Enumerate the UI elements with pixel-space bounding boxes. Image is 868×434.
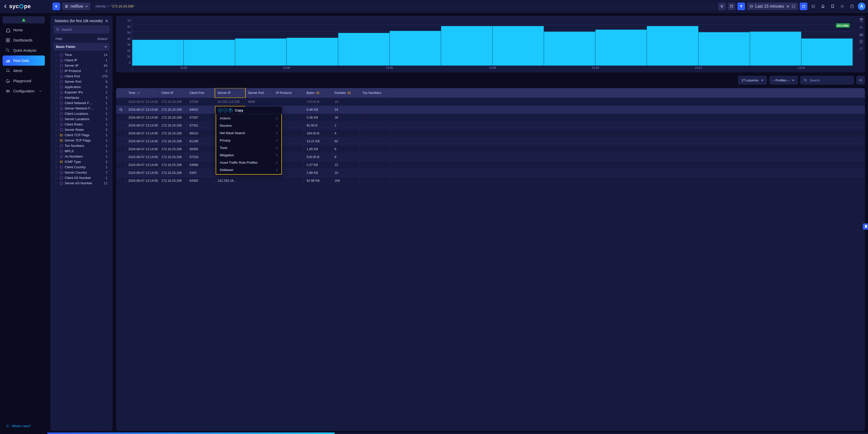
stats-row[interactable]: ›Server TCP Flags1: [54, 138, 110, 143]
ctx-copy[interactable]: Copy: [235, 108, 243, 112]
stats-row[interactable]: ›Client AS Number1: [54, 175, 110, 181]
chart-bar[interactable]: [338, 33, 390, 66]
sidebar-item-raw-data[interactable]: Raw Data: [3, 56, 45, 66]
sidebar-item-home[interactable]: Home: [3, 25, 45, 35]
chart-bar[interactable]: [390, 31, 441, 66]
table-header[interactable]: Client IP: [159, 88, 187, 98]
table-header[interactable]: Bytes: [304, 88, 332, 98]
help-icon[interactable]: [848, 3, 856, 10]
crop-icon[interactable]: [859, 18, 863, 22]
chevron-left-icon[interactable]: [4, 4, 7, 8]
sidebar-item-quick-analysis[interactable]: Quick Analysis: [3, 45, 45, 56]
clear-icon[interactable]: [718, 3, 726, 10]
avatar[interactable]: A: [858, 3, 865, 10]
table-settings-icon[interactable]: [856, 76, 865, 85]
pulse-icon[interactable]: [859, 25, 863, 30]
chart-bar[interactable]: [184, 40, 235, 66]
chart-bar[interactable]: [286, 38, 338, 66]
chart-bar[interactable]: [235, 38, 286, 66]
ctx-item-net-mask-search[interactable]: Net Mask Search: [216, 129, 281, 137]
statistics-search[interactable]: Search: [54, 26, 110, 34]
stats-row[interactable]: ›Server Roles2: [54, 127, 110, 132]
bell-icon[interactable]: [819, 3, 827, 10]
chart-bar[interactable]: [492, 26, 544, 66]
stats-row[interactable]: ›Server Country7: [54, 170, 110, 175]
lightning-icon[interactable]: [53, 3, 60, 10]
stats-row[interactable]: ›Interfaces3: [54, 95, 110, 100]
chart-bar[interactable]: [441, 26, 492, 66]
save-query-icon[interactable]: [728, 3, 735, 10]
sidebar-item-dashboards[interactable]: Dashboards: [3, 35, 45, 45]
sidebar-item-alerts[interactable]: Alerts: [3, 66, 45, 76]
save-icon[interactable]: [792, 5, 795, 8]
stats-row[interactable]: ›Server Network F…1: [54, 106, 110, 111]
stats-row[interactable]: ›Server Port6: [54, 79, 110, 84]
stats-row[interactable]: ›ICMP Type2: [54, 159, 110, 164]
chart-bar[interactable]: [595, 30, 647, 66]
stats-row[interactable]: ›Client Network F…1: [54, 100, 110, 106]
ctx-item-mitigation[interactable]: Mitigation: [216, 151, 281, 159]
add-filter-icon[interactable]: +: [218, 108, 222, 112]
ctx-item-resolve[interactable]: Resolve: [216, 122, 281, 129]
columns-selector[interactable]: 27 columns: [738, 76, 767, 85]
stats-row[interactable]: ›Client TCP Flags1: [54, 132, 110, 138]
stats-row[interactable]: ›Time14: [54, 52, 110, 58]
table-header[interactable]: Tos Numbers: [360, 88, 391, 98]
notes-icon[interactable]: [859, 39, 863, 44]
table-header[interactable]: Packets: [332, 88, 360, 98]
stats-row[interactable]: ›Client Roles1: [54, 122, 110, 127]
remove-filter-icon[interactable]: −: [223, 108, 227, 112]
table-header[interactable]: Server Port: [245, 88, 274, 98]
table-row[interactable]: 2024-08-07 13:14:00172.16.20.20663392142…: [116, 177, 865, 185]
table-header[interactable]: Time: [126, 88, 159, 98]
filter-icon[interactable]: [228, 108, 232, 112]
source-selector[interactable]: netflow: [62, 3, 90, 10]
bookmark-icon[interactable]: [829, 3, 836, 10]
chart-bar[interactable]: [801, 38, 853, 66]
ctx-item-actions[interactable]: Actions: [216, 115, 281, 122]
stats-row[interactable]: ›Tos Numbers1: [54, 143, 110, 148]
table-row[interactable]: 2024-08-07 13:14:00172.16.20.2065753034.…: [116, 98, 865, 106]
sidebar-status[interactable]: [3, 16, 45, 23]
whats-new-link[interactable]: What's new?: [3, 421, 45, 430]
bars-icon[interactable]: [859, 32, 863, 37]
refresh-icon[interactable]: [800, 3, 807, 10]
stats-section-basic[interactable]: Basic Fields: [54, 43, 110, 51]
bookmark-tab[interactable]: [863, 223, 868, 229]
ctx-item-asset-traffic-rule-profiles[interactable]: Asset Traffic Rule Profiles: [216, 159, 281, 166]
stats-row[interactable]: ›MPLS1: [54, 148, 110, 154]
stats-row[interactable]: ›As Numbers1: [54, 154, 110, 159]
query-input[interactable]: clientIp = "172.16.20.206": [92, 3, 716, 10]
stats-row[interactable]: ›Server Locations1: [54, 116, 110, 122]
profiles-selector[interactable]: – Profiles –: [770, 76, 798, 85]
time-range-selector[interactable]: Last 15 minutes: [747, 3, 798, 10]
sidebar-item-playground[interactable]: Playground: [3, 76, 45, 86]
table-header[interactable]: IP Protocol: [274, 88, 304, 98]
chart-bar[interactable]: [647, 26, 698, 66]
edit-icon[interactable]: [859, 46, 863, 51]
stats-row[interactable]: ›Client Locations1: [54, 111, 110, 116]
ctx-item-privacy[interactable]: Privacy: [216, 137, 281, 144]
stats-row[interactable]: ›Server AS Number12: [54, 181, 110, 186]
stats-row[interactable]: ›Client Country1: [54, 164, 110, 170]
sidebar-item-configuration[interactable]: Configuration: [3, 86, 45, 96]
stats-row[interactable]: ›Exporter IPs2: [54, 90, 110, 95]
table-search[interactable]: Search: [800, 76, 854, 85]
chart-bar[interactable]: [132, 40, 184, 66]
ctx-item-drilldown[interactable]: Drilldown: [216, 166, 281, 174]
close-icon[interactable]: [786, 5, 789, 8]
stats-row[interactable]: ›IP Protocol2: [54, 68, 110, 73]
close-icon[interactable]: [105, 19, 108, 23]
stats-row[interactable]: ›Server IP94: [54, 63, 110, 68]
filter-icon[interactable]: [737, 3, 745, 10]
table-header[interactable]: Client Port: [187, 88, 215, 98]
table-header[interactable]: [116, 88, 126, 98]
stats-row[interactable]: ›Application6: [54, 84, 110, 90]
table-header[interactable]: Server IP: [215, 88, 245, 98]
chart-bar[interactable]: [750, 32, 801, 66]
chart-bar[interactable]: [699, 32, 750, 66]
apps-icon[interactable]: [809, 3, 817, 10]
ctx-item-tools[interactable]: Tools: [216, 144, 281, 151]
gear-icon[interactable]: [838, 3, 846, 10]
chart-bar[interactable]: [544, 32, 595, 66]
